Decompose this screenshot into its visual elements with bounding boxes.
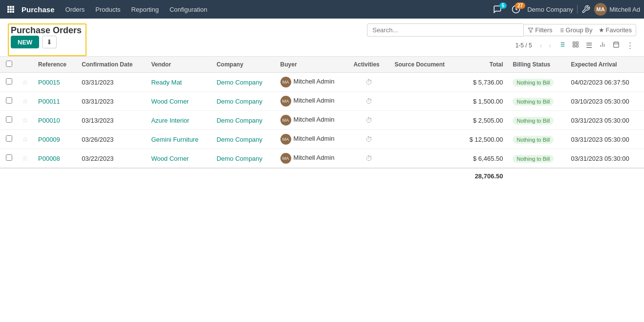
apps-menu-button[interactable] — [4, 2, 18, 16]
row-vendor[interactable]: Wood Corner — [146, 149, 212, 169]
row-expected-arrival: 03/31/2023 05:30:00 — [566, 149, 644, 169]
reference-link[interactable]: P00015 — [38, 79, 60, 86]
row-checkbox[interactable] — [6, 97, 12, 104]
prev-page-button[interactable]: ‹ — [538, 41, 544, 50]
row-reference[interactable]: P00008 — [33, 149, 77, 169]
list-view-button[interactable] — [556, 40, 568, 51]
row-reference[interactable]: P00010 — [33, 111, 77, 130]
row-company[interactable]: Demo Company — [212, 111, 275, 130]
reference-link[interactable]: P00008 — [38, 155, 60, 162]
row-company[interactable]: Demo Company — [212, 149, 275, 169]
row-checkbox-cell[interactable] — [0, 111, 17, 130]
reference-link[interactable]: P00010 — [38, 117, 60, 124]
nav-separator — [577, 5, 578, 14]
row-vendor[interactable]: Wood Corner — [146, 92, 212, 111]
row-checkbox-cell[interactable] — [0, 92, 17, 111]
row-billing-status: Nothing to Bill — [508, 130, 566, 149]
row-checkbox-cell[interactable] — [0, 149, 17, 169]
new-button[interactable]: NEW — [11, 36, 39, 48]
row-activities[interactable]: ⏱ — [348, 111, 389, 130]
row-checkbox[interactable] — [6, 154, 12, 161]
row-company[interactable]: Demo Company — [212, 92, 275, 111]
activity-clock-icon[interactable]: ⏱ — [365, 135, 372, 143]
nav-reporting[interactable]: Reporting — [127, 4, 164, 15]
row-checkbox[interactable] — [6, 135, 12, 142]
activity-clock-icon[interactable]: ⏱ — [365, 116, 372, 124]
activity-clock-icon[interactable]: ⏱ — [365, 154, 372, 162]
table-header-row: Reference Confirmation Date Vendor Compa… — [0, 57, 644, 73]
activity-clock-icon[interactable]: ⏱ — [365, 78, 372, 86]
row-checkbox[interactable] — [6, 116, 12, 123]
nav-orders[interactable]: Orders — [61, 4, 90, 15]
search-input[interactable] — [367, 23, 523, 37]
th-confirmation-date[interactable]: Confirmation Date — [77, 57, 146, 73]
th-expected-arrival[interactable]: Expected Arrival — [566, 57, 644, 73]
row-reference[interactable]: P00009 — [33, 130, 77, 149]
page-title: Purchase Orders — [11, 25, 82, 36]
user-avatar: MA — [594, 3, 607, 16]
svg-rect-25 — [576, 45, 578, 47]
groupby-button[interactable]: Group By — [558, 26, 593, 34]
th-source-document[interactable]: Source Document — [389, 57, 458, 73]
grid-view-button[interactable]: ☰ — [583, 40, 595, 51]
row-star-cell[interactable]: ☆ — [17, 130, 33, 149]
activity-clock-icon[interactable]: ⏱ — [365, 97, 372, 105]
row-star-cell[interactable]: ☆ — [17, 111, 33, 130]
star-icon[interactable]: ☆ — [22, 135, 28, 143]
svg-rect-7 — [10, 11, 12, 13]
user-menu[interactable]: MA Mitchell Ad — [594, 3, 640, 16]
row-reference[interactable]: P00011 — [33, 92, 77, 111]
tools-icon[interactable] — [581, 5, 590, 14]
row-total: $ 12,500.00 — [458, 130, 508, 149]
th-company[interactable]: Company — [212, 57, 275, 73]
star-icon[interactable]: ☆ — [22, 78, 28, 86]
row-checkbox-cell[interactable] — [0, 130, 17, 149]
row-checkbox[interactable] — [6, 78, 12, 85]
row-activities[interactable]: ⏱ — [348, 73, 389, 92]
row-company[interactable]: Demo Company — [212, 73, 275, 92]
calendar-view-button[interactable] — [610, 40, 622, 51]
row-activities[interactable]: ⏱ — [348, 92, 389, 111]
row-vendor[interactable]: Ready Mat — [146, 73, 212, 92]
next-page-button[interactable]: › — [547, 41, 553, 50]
row-star-cell[interactable]: ☆ — [17, 92, 33, 111]
th-buyer[interactable]: Buyer — [276, 57, 349, 73]
buyer-avatar: MA — [280, 96, 291, 107]
updates-button[interactable]: 27 — [509, 3, 523, 15]
th-activities[interactable]: Activities — [348, 57, 389, 73]
kanban-view-button[interactable] — [570, 40, 581, 51]
filters-button[interactable]: Filters — [528, 26, 552, 34]
reference-link[interactable]: P00009 — [38, 136, 60, 143]
row-star-cell[interactable]: ☆ — [17, 73, 33, 92]
row-activities[interactable]: ⏱ — [348, 130, 389, 149]
buyer-avatar: MA — [280, 115, 291, 126]
row-vendor[interactable]: Gemini Furniture — [146, 130, 212, 149]
row-checkbox-cell[interactable] — [0, 73, 17, 92]
row-billing-status: Nothing to Bill — [508, 92, 566, 111]
row-company[interactable]: Demo Company — [212, 130, 275, 149]
select-all-header[interactable] — [0, 57, 17, 73]
svg-rect-4 — [10, 8, 12, 10]
favorites-button[interactable]: ★ Favorites — [599, 26, 632, 34]
row-activities[interactable]: ⏱ — [348, 149, 389, 169]
th-vendor[interactable]: Vendor — [146, 57, 212, 73]
row-reference[interactable]: P00015 — [33, 73, 77, 92]
star-icon[interactable]: ☆ — [22, 97, 28, 105]
row-vendor[interactable]: Azure Interior — [146, 111, 212, 130]
th-total[interactable]: Total — [458, 57, 508, 73]
row-star-cell[interactable]: ☆ — [17, 149, 33, 169]
reference-link[interactable]: P00011 — [38, 98, 60, 105]
chart-view-button[interactable] — [597, 40, 608, 51]
star-icon[interactable]: ☆ — [22, 154, 28, 162]
th-reference[interactable]: Reference — [33, 57, 77, 73]
pagination: 1-5 / 5 — [515, 42, 532, 49]
download-button[interactable]: ⬇ — [42, 36, 57, 48]
select-all-checkbox[interactable] — [6, 61, 12, 67]
messages-button[interactable]: 5 — [490, 3, 505, 15]
th-billing-status[interactable]: Billing Status — [508, 57, 566, 73]
more-view-button[interactable]: ⋮ — [624, 40, 636, 51]
nav-products[interactable]: Products — [90, 4, 125, 15]
nav-configuration[interactable]: Configuration — [165, 4, 212, 15]
row-source-doc — [389, 73, 458, 92]
star-icon[interactable]: ☆ — [22, 116, 28, 124]
